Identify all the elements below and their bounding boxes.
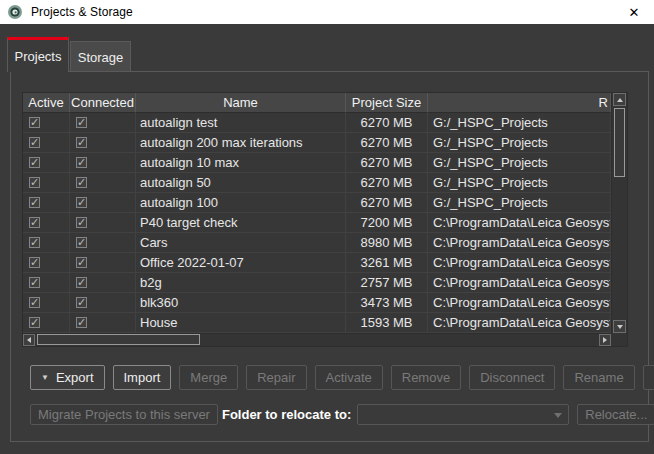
checkmark-icon: ✓: [30, 317, 39, 328]
table-row[interactable]: ✓✓P40 target check7200 MBC:\ProgramData\…: [23, 213, 611, 233]
column-header-root[interactable]: R: [428, 93, 611, 113]
scroll-left-icon[interactable]: [23, 334, 35, 346]
connected-cell: ✓: [70, 153, 136, 173]
migrate-projects-button[interactable]: Migrate Projects to this server: [30, 404, 218, 425]
table-body: ✓✓autoalign test6270 MBG:/_HSPC_Projects…: [23, 113, 611, 333]
project-name-cell: autoalign test: [136, 113, 346, 133]
checkmark-icon: ✓: [30, 217, 39, 228]
scroll-down-icon[interactable]: [613, 320, 626, 333]
connected-checkbox[interactable]: ✓: [76, 237, 87, 248]
table-row[interactable]: ✓✓autoalign 506270 MBG:/_HSPC_Projects: [23, 173, 611, 193]
active-cell: ✓: [23, 253, 70, 273]
import-button[interactable]: Import: [113, 365, 172, 390]
root-path-cell: G:/_HSPC_Projects: [428, 113, 611, 133]
tab-storage[interactable]: Storage: [70, 41, 131, 72]
remove-button[interactable]: Remove: [391, 365, 461, 390]
checkmark-icon: ✓: [30, 257, 39, 268]
close-icon[interactable]: ✕: [614, 0, 654, 24]
connected-checkbox[interactable]: ✓: [76, 317, 87, 328]
import-button-label: Import: [124, 370, 161, 385]
active-checkbox[interactable]: ✓: [29, 177, 40, 188]
rename-button-label: Rename: [574, 370, 623, 385]
folder-to-relocate-label: Folder to relocate to:: [222, 407, 351, 422]
table-row[interactable]: ✓✓autoalign test6270 MBG:/_HSPC_Projects: [23, 113, 611, 133]
connected-checkbox[interactable]: ✓: [76, 297, 87, 308]
connected-checkbox[interactable]: ✓: [76, 177, 87, 188]
checkmark-icon: ✓: [77, 217, 86, 228]
column-header-project-size[interactable]: Project Size: [346, 93, 428, 113]
connected-checkbox[interactable]: ✓: [76, 117, 87, 128]
active-checkbox[interactable]: ✓: [29, 157, 40, 168]
checkmark-icon: ✓: [77, 257, 86, 268]
table-row[interactable]: ✓✓Office 2022-01-073261 MBC:\ProgramData…: [23, 253, 611, 273]
connected-checkbox[interactable]: ✓: [76, 217, 87, 228]
activate-button[interactable]: Activate: [315, 365, 383, 390]
rename-button[interactable]: Rename: [563, 365, 634, 390]
connected-cell: ✓: [70, 273, 136, 293]
active-checkbox[interactable]: ✓: [29, 257, 40, 268]
active-checkbox[interactable]: ✓: [29, 197, 40, 208]
relocate-folder-select[interactable]: [357, 404, 569, 425]
table-row[interactable]: ✓✓autoalign 200 max iterations6270 MBG:/…: [23, 133, 611, 153]
connected-cell: ✓: [70, 133, 136, 153]
table-row[interactable]: ✓✓blk3603473 MBC:\ProgramData\Leica Geos…: [23, 293, 611, 313]
connected-cell: ✓: [70, 193, 136, 213]
horizontal-scrollbar[interactable]: [23, 333, 611, 346]
column-header-connected[interactable]: Connected: [70, 93, 136, 113]
checkmark-icon: ✓: [30, 117, 39, 128]
table-row[interactable]: ✓✓autoalign 10 max6270 MBG:/_HSPC_Projec…: [23, 153, 611, 173]
active-cell: ✓: [23, 193, 70, 213]
project-name-cell: autoalign 10 max: [136, 153, 346, 173]
table-row[interactable]: ✓✓b2g2757 MBC:\ProgramData\Leica Geosyst: [23, 273, 611, 293]
tab-projects[interactable]: Projects: [7, 37, 69, 72]
repair-button[interactable]: Repair: [246, 365, 306, 390]
root-path-cell: C:\ProgramData\Leica Geosyst: [428, 253, 611, 273]
titlebar[interactable]: Projects & Storage ✕: [0, 0, 654, 24]
merge-button[interactable]: Merge: [179, 365, 238, 390]
scrollbar-corner: [611, 333, 627, 346]
active-checkbox[interactable]: ✓: [29, 237, 40, 248]
active-checkbox[interactable]: ✓: [29, 117, 40, 128]
project-name-cell: b2g: [136, 273, 346, 293]
root-path-cell: G:/_HSPC_Projects: [428, 173, 611, 193]
connected-checkbox[interactable]: ✓: [76, 137, 87, 148]
root-path-cell: C:\ProgramData\Leica Geosyst: [428, 293, 611, 313]
connected-checkbox[interactable]: ✓: [76, 197, 87, 208]
scroll-up-icon[interactable]: [613, 93, 626, 106]
project-size-cell: 3261 MB: [346, 253, 428, 273]
connected-cell: ✓: [70, 313, 136, 333]
relocate-button[interactable]: Relocate...: [577, 404, 654, 425]
active-checkbox[interactable]: ✓: [29, 137, 40, 148]
root-path-cell: C:\ProgramData\Leica Geosyst: [428, 213, 611, 233]
checkmark-icon: ✓: [77, 277, 86, 288]
active-checkbox[interactable]: ✓: [29, 317, 40, 328]
project-name-cell: House: [136, 313, 346, 333]
table-row[interactable]: ✓✓Cars8980 MBC:\ProgramData\Leica Geosys…: [23, 233, 611, 253]
connected-checkbox[interactable]: ✓: [76, 157, 87, 168]
projects-table: Active Connected Name Project Size R ✓✓a…: [22, 92, 628, 347]
column-header-active[interactable]: Active: [23, 93, 70, 113]
project-name-cell: autoalign 50: [136, 173, 346, 193]
connected-checkbox[interactable]: ✓: [76, 257, 87, 268]
connected-checkbox[interactable]: ✓: [76, 277, 87, 288]
de-activate-button[interactable]: De-activate: [643, 365, 654, 390]
vertical-scrollbar[interactable]: [611, 93, 627, 333]
active-cell: ✓: [23, 293, 70, 313]
vertical-scroll-thumb[interactable]: [614, 108, 625, 177]
column-header-name[interactable]: Name: [136, 93, 346, 113]
root-path-cell: C:\ProgramData\Leica Geosyst: [428, 233, 611, 253]
table-row[interactable]: ✓✓House1593 MBC:\ProgramData\Leica Geosy…: [23, 313, 611, 333]
scroll-right-icon[interactable]: [599, 334, 611, 346]
active-checkbox[interactable]: ✓: [29, 297, 40, 308]
root-path-cell: G:/_HSPC_Projects: [428, 133, 611, 153]
export-button[interactable]: ▼Export: [30, 365, 105, 390]
disconnect-button[interactable]: Disconnect: [469, 365, 555, 390]
checkmark-icon: ✓: [30, 297, 39, 308]
table-row[interactable]: ✓✓autoalign 1006270 MBG:/_HSPC_Projects: [23, 193, 611, 213]
active-checkbox[interactable]: ✓: [29, 217, 40, 228]
horizontal-scroll-thumb[interactable]: [37, 334, 200, 345]
checkmark-icon: ✓: [77, 117, 86, 128]
active-checkbox[interactable]: ✓: [29, 277, 40, 288]
table-header: Active Connected Name Project Size R: [23, 93, 611, 113]
chevron-down-icon: [554, 413, 562, 418]
